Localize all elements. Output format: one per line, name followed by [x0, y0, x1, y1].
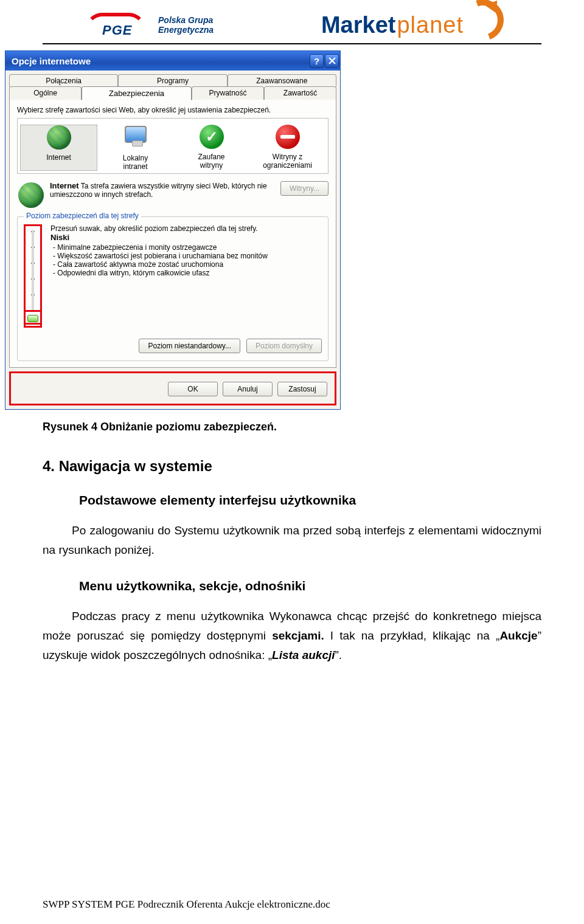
tab-row-top: Połączenia Programy Zaawansowane — [9, 74, 336, 87]
security-level-group: Poziom zabezpieczeń dla tej strefy Przes… — [17, 216, 328, 361]
help-button[interactable]: ? — [310, 54, 324, 68]
level-bullet-2: - Większość zawartości jest pobierana i … — [53, 252, 268, 260]
marketplanet-logo: Marketplanet — [321, 12, 499, 38]
mp-text-light: planet — [397, 12, 464, 38]
zone-detail-name: Internet — [50, 181, 79, 190]
zone-label-restricted-1: Witryny z — [249, 153, 325, 161]
zone-label-intranet-1: Lokalny — [97, 154, 173, 162]
zone-label-trusted-1: Zaufane — [173, 153, 249, 161]
stop-circle-icon — [273, 125, 302, 151]
globe-icon — [18, 182, 44, 208]
document-body: Rysunek 4 Obniżanie poziomu zabezpieczeń… — [0, 421, 584, 665]
titlebar-buttons: ? — [310, 54, 339, 68]
pge-arc-icon — [85, 13, 146, 30]
zone-list: Internet Lokalny intranet ✓ Zaufane witr… — [17, 118, 328, 174]
level-buttons: Poziom niestandardowy... Poziom domyślny — [24, 339, 322, 353]
zone-detail-text: Internet Ta strefa zawiera wszystkie wit… — [50, 181, 274, 199]
help-icon: ? — [314, 56, 319, 66]
zone-label-intranet-2: intranet — [97, 162, 173, 171]
zone-internet[interactable]: Internet — [20, 125, 97, 171]
pge-logo: PGE — [85, 13, 146, 38]
slider-track-icon — [32, 230, 34, 312]
heading-menu-sections: Menu użytkownika, sekcje, odnośniki — [79, 579, 541, 593]
zone-label-trusted-2: witryny — [173, 161, 249, 170]
tab-general[interactable]: Ogólne — [9, 86, 82, 100]
page-footer: SWPP SYSTEM PGE Podrecznik Oferenta Aukc… — [43, 898, 330, 911]
dialog-action-buttons: OK Anuluj Zastosuj — [9, 371, 336, 405]
pge-logo-block: PGE Polska Grupa Energetyczna — [85, 13, 214, 38]
zone-label-internet: Internet — [21, 153, 97, 162]
zone-local-intranet[interactable]: Lokalny intranet — [97, 125, 173, 171]
close-icon — [328, 57, 336, 64]
ok-button[interactable]: OK — [168, 382, 218, 396]
internet-options-dialog: Opcje internetowe ? Połączenia Programy … — [5, 50, 341, 410]
globe-icon — [44, 125, 74, 152]
security-slider[interactable] — [24, 224, 42, 328]
tab-connections[interactable]: Połączenia — [9, 74, 118, 87]
para2-bold-aukcje: Aukcje — [499, 629, 537, 642]
level-description: Przesuń suwak, aby określić poziom zabez… — [50, 224, 268, 328]
heading-navigation: 4. Nawigacja w systemie — [43, 458, 541, 475]
security-panel: Wybierz strefę zawartości sieci Web, aby… — [9, 100, 336, 368]
tab-programs[interactable]: Programy — [118, 74, 227, 87]
zone-restricted[interactable]: Witryny z ograniczeniami — [249, 125, 325, 171]
heading-basic-elements: Podstawowe elementy interfejsu użytkowni… — [79, 493, 541, 508]
tab-container: Połączenia Programy Zaawansowane Ogólne … — [5, 71, 340, 368]
para2-part-b: I tak na przykład, klikając na „ — [324, 629, 500, 642]
zone-instruction: Wybierz strefę zawartości sieci Web, aby… — [17, 106, 328, 114]
level-bullet-4: - Odpowiedni dla witryn, którym całkowic… — [53, 269, 268, 277]
monitor-icon — [121, 126, 150, 153]
para2-part-d: ”. — [335, 649, 342, 661]
tab-content[interactable]: Zawartość — [264, 86, 336, 100]
close-button[interactable] — [325, 54, 339, 68]
zone-label-restricted-2: ograniczeniami — [249, 161, 325, 170]
zone-trusted[interactable]: ✓ Zaufane witryny — [173, 125, 249, 171]
zone-detail: Internet Ta strefa zawiera wszystkie wit… — [17, 181, 328, 208]
level-name: Niski — [50, 233, 268, 242]
tab-privacy[interactable]: Prywatność — [192, 86, 264, 100]
pge-sub-line1: Polska Grupa — [158, 15, 213, 25]
sites-button: Witryny... — [280, 181, 328, 196]
level-bullet-1: - Minimalne zabezpieczenia i monity ostr… — [53, 243, 268, 252]
dialog-title: Opcje internetowe — [12, 56, 91, 66]
slider-row: Przesuń suwak, aby określić poziom zabez… — [24, 224, 322, 328]
custom-level-button[interactable]: Poziom niestandardowy... — [139, 339, 240, 353]
dialog-titlebar[interactable]: Opcje internetowe ? — [5, 51, 340, 71]
slider-highlight-box — [24, 310, 42, 325]
pge-sub-line2: Energetyczna — [158, 25, 214, 35]
tab-row-bottom: Ogólne Zabezpieczenia Prywatność Zawarto… — [9, 86, 336, 100]
paragraph-intro: Po zalogowaniu do Systemu użytkownik ma … — [43, 521, 541, 560]
figure-caption: Rysunek 4 Obniżanie poziomu zabezpieczeń… — [43, 421, 541, 433]
paragraph-menu: Podczas pracy z menu użytkownika Wykonaw… — [43, 607, 541, 666]
apply-button[interactable]: Zastosuj — [277, 382, 327, 396]
page-header: PGE Polska Grupa Energetyczna Marketplan… — [43, 0, 541, 44]
pge-subtitle: Polska Grupa Energetyczna — [158, 16, 214, 35]
group-title: Poziom zabezpieczeń dla tej strefy — [24, 212, 141, 220]
zone-detail-desc: Ta strefa zawiera wszystkie witryny siec… — [50, 182, 267, 199]
para2-bold-sekcjami: sekcjami. — [272, 629, 324, 642]
swirl-arrow-icon — [462, 0, 499, 33]
default-level-button: Poziom domyślny — [246, 339, 322, 353]
check-circle-icon: ✓ — [197, 125, 226, 151]
tab-security[interactable]: Zabezpieczenia — [82, 86, 192, 100]
slider-hint: Przesuń suwak, aby określić poziom zabez… — [50, 224, 258, 233]
para2-bold-lista: Lista aukcji — [272, 649, 335, 661]
tab-advanced[interactable]: Zaawansowane — [228, 74, 336, 87]
level-bullet-3: - Cała zawartość aktywna może zostać uru… — [53, 260, 268, 269]
cancel-button[interactable]: Anuluj — [223, 382, 273, 396]
mp-text-bold: Market — [321, 12, 396, 38]
